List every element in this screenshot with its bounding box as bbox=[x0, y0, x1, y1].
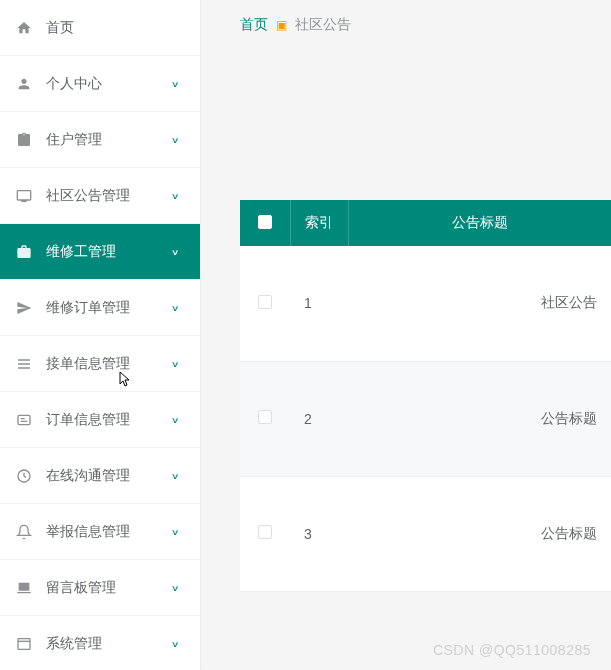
row-title: 公告标题 bbox=[348, 476, 611, 591]
sidebar-item-1[interactable]: 个人中心∨ bbox=[0, 56, 200, 112]
row-checkbox-cell bbox=[240, 361, 290, 476]
sidebar-item-label: 订单信息管理 bbox=[46, 411, 171, 429]
folder-icon: ▣ bbox=[276, 18, 287, 32]
sidebar-item-label: 首页 bbox=[46, 19, 180, 37]
toolbox-icon bbox=[14, 242, 34, 262]
table-row: 1社区公告 bbox=[240, 246, 611, 361]
clock-icon bbox=[14, 466, 34, 486]
monitor-icon bbox=[14, 186, 34, 206]
chevron-down-icon: ∨ bbox=[171, 303, 180, 313]
sidebar-item-label: 留言板管理 bbox=[46, 579, 171, 597]
sidebar-item-label: 在线沟通管理 bbox=[46, 467, 171, 485]
sidebar-item-11[interactable]: 系统管理∨ bbox=[0, 616, 200, 670]
sidebar-item-9[interactable]: 举报信息管理∨ bbox=[0, 504, 200, 560]
row-title: 公告标题 bbox=[348, 361, 611, 476]
sidebar-item-2[interactable]: 住户管理∨ bbox=[0, 112, 200, 168]
svg-rect-0 bbox=[18, 415, 30, 424]
row-checkbox-cell bbox=[240, 476, 290, 591]
watermark: CSDN @QQ511008285 bbox=[433, 642, 591, 658]
board-icon bbox=[14, 578, 34, 598]
row-checkbox-cell bbox=[240, 246, 290, 361]
sidebar-item-label: 维修工管理 bbox=[46, 243, 171, 261]
sidebar-item-5[interactable]: 维修订单管理∨ bbox=[0, 280, 200, 336]
chevron-down-icon: ∨ bbox=[171, 471, 180, 481]
chevron-down-icon: ∨ bbox=[171, 191, 180, 201]
sidebar-item-7[interactable]: 订单信息管理∨ bbox=[0, 392, 200, 448]
sidebar-item-6[interactable]: 接单信息管理∨ bbox=[0, 336, 200, 392]
row-index: 1 bbox=[290, 246, 348, 361]
sidebar-item-label: 社区公告管理 bbox=[46, 187, 171, 205]
chevron-down-icon: ∨ bbox=[171, 527, 180, 537]
list-icon bbox=[14, 354, 34, 374]
main-content: 首页 ▣ 社区公告 索引 公告标题 1社区公告2公告标题3公告标题 bbox=[200, 0, 611, 670]
breadcrumb: 首页 ▣ 社区公告 bbox=[200, 0, 611, 50]
table-row: 2公告标题 bbox=[240, 361, 611, 476]
chevron-down-icon: ∨ bbox=[171, 415, 180, 425]
select-all-checkbox[interactable] bbox=[258, 215, 272, 229]
sidebar-item-label: 举报信息管理 bbox=[46, 523, 171, 541]
table-row: 3公告标题 bbox=[240, 476, 611, 591]
chevron-down-icon: ∨ bbox=[171, 639, 180, 649]
row-checkbox[interactable] bbox=[258, 410, 272, 424]
message-icon bbox=[14, 410, 34, 430]
header-checkbox-cell bbox=[240, 200, 290, 246]
sidebar-item-label: 个人中心 bbox=[46, 75, 171, 93]
chevron-down-icon: ∨ bbox=[171, 79, 180, 89]
sidebar-item-label: 维修订单管理 bbox=[46, 299, 171, 317]
row-checkbox[interactable] bbox=[258, 525, 272, 539]
clipboard-icon bbox=[14, 130, 34, 150]
sidebar-item-4[interactable]: 维修工管理∨ bbox=[0, 224, 200, 280]
sidebar-item-label: 住户管理 bbox=[46, 131, 171, 149]
chevron-down-icon: ∨ bbox=[171, 247, 180, 257]
sidebar-item-8[interactable]: 在线沟通管理∨ bbox=[0, 448, 200, 504]
breadcrumb-home[interactable]: 首页 bbox=[240, 16, 268, 34]
send-icon bbox=[14, 298, 34, 318]
chevron-down-icon: ∨ bbox=[171, 359, 180, 369]
browser-icon bbox=[14, 634, 34, 654]
announcement-table: 索引 公告标题 1社区公告2公告标题3公告标题 bbox=[240, 200, 611, 592]
sidebar-item-10[interactable]: 留言板管理∨ bbox=[0, 560, 200, 616]
header-title: 公告标题 bbox=[348, 200, 611, 246]
row-index: 2 bbox=[290, 361, 348, 476]
row-checkbox[interactable] bbox=[258, 295, 272, 309]
home-icon bbox=[14, 18, 34, 38]
sidebar: 首页个人中心∨住户管理∨社区公告管理∨维修工管理∨维修订单管理∨接单信息管理∨订… bbox=[0, 0, 200, 670]
row-index: 3 bbox=[290, 476, 348, 591]
sidebar-item-3[interactable]: 社区公告管理∨ bbox=[0, 168, 200, 224]
table-container: 索引 公告标题 1社区公告2公告标题3公告标题 bbox=[240, 200, 611, 592]
user-icon bbox=[14, 74, 34, 94]
header-index: 索引 bbox=[290, 200, 348, 246]
sidebar-item-label: 系统管理 bbox=[46, 635, 171, 653]
chevron-down-icon: ∨ bbox=[171, 135, 180, 145]
row-title: 社区公告 bbox=[348, 246, 611, 361]
sidebar-item-label: 接单信息管理 bbox=[46, 355, 171, 373]
table-body: 1社区公告2公告标题3公告标题 bbox=[240, 246, 611, 591]
chevron-down-icon: ∨ bbox=[171, 583, 180, 593]
svg-rect-2 bbox=[18, 638, 30, 649]
breadcrumb-current: 社区公告 bbox=[295, 16, 351, 34]
sidebar-item-0[interactable]: 首页 bbox=[0, 0, 200, 56]
bell-icon bbox=[14, 522, 34, 542]
